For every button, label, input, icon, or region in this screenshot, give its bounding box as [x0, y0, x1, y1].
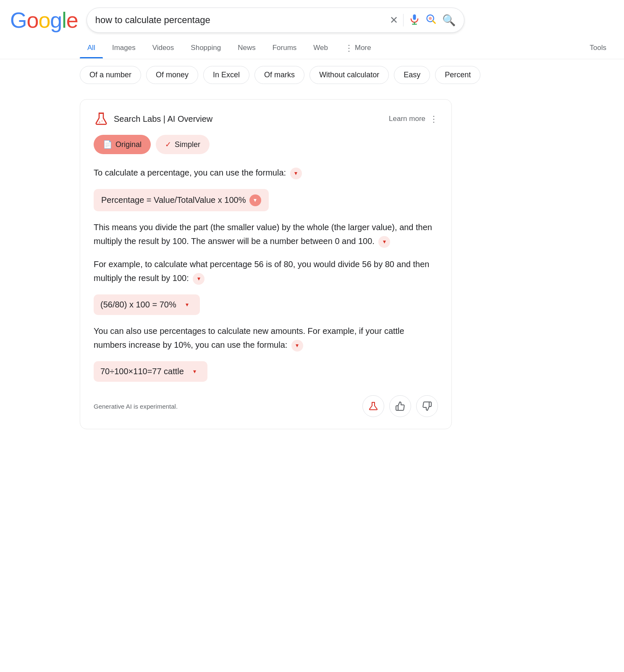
chip-of-a-number[interactable]: Of a number	[80, 66, 141, 84]
additional-intro-text: You can also use percentages to calculat…	[94, 326, 404, 349]
example-intro-chevron-icon[interactable]: ▾	[193, 273, 205, 285]
main-content: Search Labs | AI Overview Learn more ⋮ 📄…	[0, 91, 462, 466]
tab-all[interactable]: All	[80, 38, 103, 58]
feedback-buttons	[362, 395, 438, 417]
tab-forums[interactable]: Forums	[265, 38, 304, 58]
svg-point-7	[102, 121, 103, 122]
search-icon[interactable]: 🔍	[442, 14, 456, 27]
thumbs-up-icon	[395, 401, 405, 411]
tools-button[interactable]: Tools	[582, 38, 614, 58]
chip-in-excel[interactable]: In Excel	[203, 66, 249, 84]
tab-videos[interactable]: Videos	[145, 38, 182, 58]
microphone-icon[interactable]	[409, 13, 420, 27]
feedback-flask-icon	[368, 401, 378, 411]
ai-more-dots-icon[interactable]: ⋮	[430, 114, 438, 124]
simpler-button[interactable]: ✓ Simpler	[156, 135, 210, 154]
ai-content: To calculate a percentage, you can use t…	[94, 166, 438, 391]
chip-of-marks[interactable]: Of marks	[254, 66, 304, 84]
feedback-flask-button[interactable]	[362, 395, 384, 417]
additional-equation-text: 70÷100×110=77 cattle	[100, 365, 184, 378]
intro-paragraph: To calculate a percentage, you can use t…	[94, 166, 438, 180]
nav-tabs: All Images Videos Shopping News Forums W…	[0, 37, 624, 59]
ai-overview-title: Search Labs | AI Overview	[114, 114, 212, 124]
check-icon: ✓	[165, 140, 171, 149]
clear-search-icon[interactable]: ✕	[390, 14, 398, 26]
svg-point-4	[429, 17, 432, 20]
svg-rect-0	[413, 14, 416, 20]
search-bar-wrapper: ✕ 🔍	[87, 8, 464, 33]
chip-easy[interactable]: Easy	[394, 66, 430, 84]
search-input[interactable]	[95, 15, 385, 26]
generative-note: Generative AI is experimental.	[94, 403, 178, 410]
more-label: More	[355, 44, 371, 52]
original-label: Original	[115, 140, 142, 149]
additional-equation-box: 70÷100×110=77 cattle ▾	[94, 361, 207, 382]
logo-letter-e: e	[66, 8, 78, 33]
tab-images[interactable]: Images	[105, 38, 143, 58]
ai-header-left: Search Labs | AI Overview	[94, 111, 212, 126]
mode-buttons: 📄 Original ✓ Simpler	[94, 135, 438, 154]
tab-shopping[interactable]: Shopping	[183, 38, 228, 58]
example-intro-paragraph: For example, to calculate what percentag…	[94, 257, 438, 285]
intro-text: To calculate a percentage, you can use t…	[94, 168, 286, 177]
example-intro-text: For example, to calculate what percentag…	[94, 260, 429, 283]
svg-rect-5	[99, 113, 103, 114]
formula-text: Percentage = Value/TotalValue x 100%	[101, 193, 246, 207]
ai-header: Search Labs | AI Overview Learn more ⋮	[94, 111, 438, 126]
example-equation-text: (56/80) x 100 = 70%	[100, 298, 176, 312]
explanation-chevron-icon[interactable]: ▾	[378, 236, 390, 248]
tab-web[interactable]: Web	[306, 38, 336, 58]
ai-header-right: Learn more ⋮	[389, 114, 438, 124]
document-icon: 📄	[103, 140, 112, 149]
google-logo: G o o g l e	[10, 8, 78, 33]
thumbs-down-icon	[422, 401, 432, 411]
svg-rect-8	[372, 402, 375, 403]
formula-box: Percentage = Value/TotalValue x 100% ▾	[94, 189, 269, 211]
example-equation-box: (56/80) x 100 = 70% ▾	[94, 294, 200, 315]
explanation-paragraph: This means you divide the part (the smal…	[94, 220, 438, 248]
svg-point-6	[99, 121, 100, 123]
tab-news[interactable]: News	[230, 38, 263, 58]
learn-more-link[interactable]: Learn more	[389, 115, 425, 123]
header: G o o g l e ✕	[0, 0, 624, 37]
flask-icon	[94, 111, 109, 126]
logo-letter-l: l	[62, 8, 66, 33]
original-button[interactable]: 📄 Original	[94, 135, 151, 154]
thumbs-down-button[interactable]	[416, 395, 438, 417]
search-divider	[403, 14, 404, 26]
intro-chevron-icon[interactable]: ▾	[290, 168, 302, 179]
thumbs-up-button[interactable]	[389, 395, 411, 417]
nav-more-button[interactable]: ⋮ More	[337, 37, 379, 59]
additional-intro-chevron-icon[interactable]: ▾	[291, 340, 303, 352]
chip-percent[interactable]: Percent	[435, 66, 480, 84]
logo-letter-o1: o	[26, 8, 38, 33]
formula-chevron-icon[interactable]: ▾	[249, 194, 261, 206]
equation-chevron-icon[interactable]: ▾	[181, 299, 193, 311]
logo-letter-o2: o	[38, 8, 50, 33]
chips-row: Of a number Of money In Excel Of marks W…	[0, 59, 624, 91]
simpler-label: Simpler	[175, 140, 200, 149]
logo-letter-g2: g	[50, 8, 62, 33]
chip-of-money[interactable]: Of money	[146, 66, 198, 84]
additional-intro-paragraph: You can also use percentages to calculat…	[94, 324, 438, 352]
ai-overview-card: Search Labs | AI Overview Learn more ⋮ 📄…	[80, 99, 452, 429]
additional-equation-chevron-icon[interactable]: ▾	[189, 366, 201, 378]
chip-without-calculator[interactable]: Without calculator	[309, 66, 389, 84]
ai-footer: Generative AI is experimental.	[94, 395, 438, 417]
lens-icon[interactable]	[425, 13, 437, 27]
search-bar: ✕ 🔍	[87, 8, 464, 33]
logo-letter-g1: G	[10, 8, 26, 33]
